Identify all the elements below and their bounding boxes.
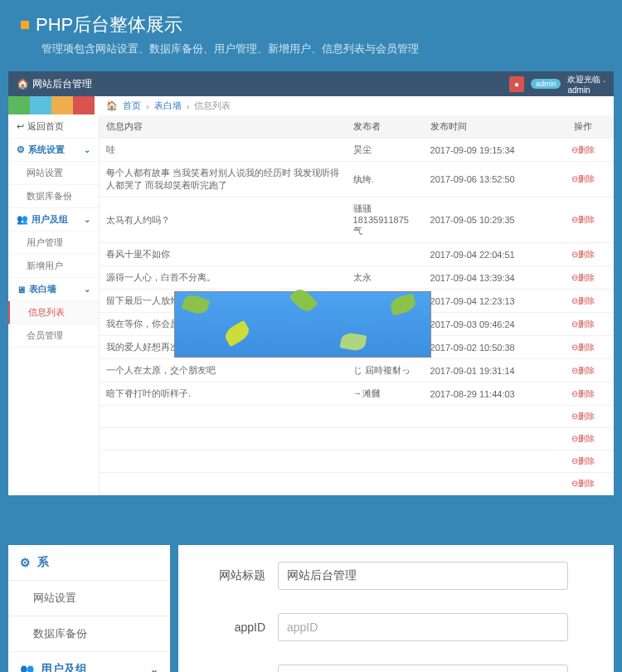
- topbar-home[interactable]: 网站后台管理: [17, 77, 92, 91]
- users-icon: [17, 214, 28, 225]
- sidebar-group-wall[interactable]: 表白墙⌄: [8, 278, 99, 301]
- table-row: 春风十里不如你2017-09-04 22:04:51⊖删除: [100, 243, 614, 266]
- table-row: ⊖删除: [100, 473, 614, 495]
- cell-author: 昊尘: [347, 139, 424, 162]
- sidebar-item-new-user[interactable]: 新增用户: [8, 255, 99, 278]
- col-content: 信息内容: [100, 115, 347, 139]
- monitor-icon: [17, 285, 26, 295]
- cell-author: じ 屆時複豺っ: [347, 359, 424, 382]
- delete-button[interactable]: ⊖删除: [571, 434, 595, 443]
- input-appid[interactable]: [278, 613, 568, 641]
- table-row: ⊖删除: [100, 406, 614, 428]
- cell-time: 2017-08-29 11:44:03: [424, 382, 552, 406]
- sidebar-item-msg-list[interactable]: 信息列表: [8, 301, 99, 324]
- cell-time: 2017-09-03 09:46:24: [424, 313, 552, 336]
- overlay-banner: [174, 291, 431, 358]
- delete-button[interactable]: ⊖删除: [571, 366, 595, 375]
- header-title: PHP后台整体展示: [36, 12, 182, 37]
- page-header: PHP后台整体展示 管理项包含网站设置、数据库备份、用户管理、新增用户、信息列表…: [0, 0, 622, 65]
- color-red-button[interactable]: [73, 96, 95, 114]
- sidebar-item-user-mgmt[interactable]: 用户管理: [8, 231, 99, 255]
- sidebar-item-site-settings[interactable]: 网站设置: [8, 162, 99, 185]
- home-icon: [17, 78, 29, 90]
- color-orange-button[interactable]: [51, 96, 73, 114]
- chevron-right-icon: ›: [187, 101, 190, 111]
- delete-button[interactable]: ⊖删除: [571, 319, 595, 329]
- color-green-button[interactable]: [8, 96, 30, 114]
- breadcrumb: 首页 › 表白墙 › 信息列表: [98, 96, 239, 115]
- user-badge[interactable]: admin: [531, 79, 561, 89]
- table-row: 每个人都有故事 当我笑着对别人说我的经历时 我发现听得人都哭了 而我却笑着听完跑…: [100, 162, 614, 197]
- input-site-title[interactable]: [278, 562, 568, 590]
- sidebar-group-system[interactable]: 系: [8, 545, 170, 581]
- cell-author: [347, 243, 424, 266]
- cell-time: 2017-09-04 12:23:13: [424, 290, 552, 313]
- delete-button[interactable]: ⊖删除: [571, 215, 595, 224]
- cell-content: 哇: [100, 139, 347, 162]
- sidebar-large: 系 网站设置 数据库备份 用户及组⌄ 用户管理 新增用户 表白墙⌄ ▸ 信息列表…: [8, 545, 170, 672]
- delete-button[interactable]: ⊖删除: [571, 343, 595, 352]
- breadcrumb-last: 信息列表: [194, 100, 231, 112]
- table-row: 源得一人心，白首不分离。太永2017-09-04 13:39:34⊖删除: [100, 266, 614, 290]
- chevron-down-icon: ⌄: [84, 145, 90, 154]
- sidebar-item-member-mgmt[interactable]: 会员管理: [8, 324, 99, 348]
- cell-time: 2017-09-04 13:39:34: [424, 266, 552, 290]
- delete-button[interactable]: ⊖删除: [571, 273, 595, 282]
- topbar-action-button[interactable]: ●: [509, 76, 524, 92]
- delete-button[interactable]: ⊖删除: [571, 145, 595, 154]
- table-row: 太马有人约吗？骚骚18135911875气2017-09-05 10:29:35…: [100, 197, 614, 243]
- delete-button[interactable]: ⊖删除: [571, 456, 595, 465]
- sidebar-item-db-backup[interactable]: 数据库备份: [8, 185, 99, 208]
- users-icon: [20, 663, 34, 672]
- sidebar-group-users[interactable]: 用户及组⌄: [8, 652, 170, 672]
- color-cyan-button[interactable]: [30, 96, 51, 114]
- color-toolbar: [8, 96, 95, 114]
- sidebar-group-users[interactable]: 用户及组⌄: [8, 208, 99, 231]
- chevron-down-icon: ⌄: [84, 285, 90, 294]
- sidebar-group-system[interactable]: 系统设置⌄: [8, 139, 99, 162]
- cell-time: 2017-09-05 10:29:35: [424, 197, 552, 243]
- sidebar-back[interactable]: 返回首页: [8, 115, 99, 139]
- delete-button[interactable]: ⊖删除: [571, 479, 595, 488]
- input-appsecret[interactable]: [278, 665, 568, 672]
- cell-content: 太马有人约吗？: [100, 197, 347, 243]
- sidebar-item-site-settings[interactable]: 网站设置: [8, 581, 170, 616]
- topbar: 网站后台管理 ● admin 欢迎光临 .admin: [8, 71, 614, 96]
- cell-author: →滩雠: [347, 382, 424, 406]
- delete-button[interactable]: ⊖删除: [571, 250, 595, 259]
- delete-button[interactable]: ⊖删除: [571, 174, 595, 183]
- delete-button[interactable]: ⊖删除: [571, 389, 595, 398]
- cell-author: 太永: [347, 266, 424, 290]
- breadcrumb-home[interactable]: 首页: [123, 100, 141, 112]
- cell-content: 每个人都有故事 当我笑着对别人说我的经历时 我发现听得人都哭了 而我却笑着听完跑…: [100, 162, 347, 197]
- label-appid: appID: [178, 621, 278, 634]
- breadcrumb-mid[interactable]: 表白墙: [154, 100, 182, 112]
- col-op: 操作: [552, 115, 614, 139]
- table-row: 一个人在太原，交个朋友吧じ 屆時複豺っ2017-09-01 19:31:14⊖删…: [100, 359, 614, 382]
- gear-icon: [20, 556, 31, 569]
- admin-panel-top: 网站后台管理 ● admin 欢迎光临 .admin 首页 › 表白墙 › 信息…: [8, 71, 614, 495]
- cell-time: 2017-09-06 13:52:50: [424, 162, 552, 197]
- welcome-text: 欢迎光临 .admin: [567, 74, 605, 95]
- chevron-right-icon: ›: [146, 101, 149, 111]
- sidebar-item-db-backup[interactable]: 数据库备份: [8, 616, 170, 652]
- sidebar-small: 返回首页 系统设置⌄ 网站设置 数据库备份 用户及组⌄ 用户管理 新增用户 表白…: [8, 115, 100, 495]
- back-icon: [17, 121, 24, 132]
- table-row: ⊖删除: [100, 450, 614, 473]
- table-row: 暗下脊打叶的听样子.→滩雠2017-08-29 11:44:03⊖删除: [100, 382, 614, 406]
- gear-icon: [17, 144, 25, 155]
- col-author: 发布者: [347, 115, 424, 139]
- cell-content: 一个人在太原，交个朋友吧: [100, 359, 347, 382]
- cell-content: 暗下脊打叶的听样子.: [100, 382, 347, 406]
- admin-panel-bottom: 系 网站设置 数据库备份 用户及组⌄ 用户管理 新增用户 表白墙⌄ ▸ 信息列表…: [8, 545, 614, 672]
- breadcrumb-home-icon: [106, 100, 118, 111]
- delete-button[interactable]: ⊖删除: [571, 411, 595, 421]
- cell-author: 纨绔.: [347, 162, 424, 197]
- chevron-down-icon: ⌄: [84, 215, 90, 224]
- accent-square-icon: [21, 21, 29, 29]
- cell-content: 春风十里不如你: [100, 243, 347, 266]
- table-row: 哇昊尘2017-09-09 19:15:34⊖删除: [100, 139, 614, 162]
- delete-button[interactable]: ⊖删除: [571, 296, 595, 305]
- cell-time: 2017-09-09 19:15:34: [424, 139, 552, 162]
- label-site-title: 网站标题: [178, 568, 278, 583]
